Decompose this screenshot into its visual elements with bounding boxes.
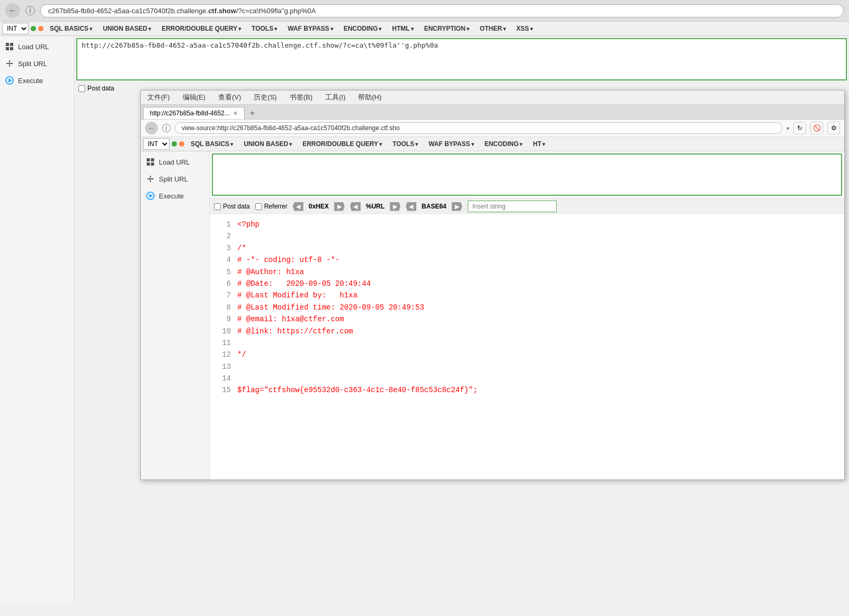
inner-error-double-query-button[interactable]: ERROR/DOUBLE QUERY [298, 139, 386, 149]
sidebar-item-execute[interactable]: Execute [0, 72, 74, 89]
inner-encoding-button[interactable]: ENCODING [480, 139, 527, 149]
outer-url-textbox[interactable]: http://c267b85a-fb8d-4652-a5aa-ca1c57040… [76, 38, 847, 80]
code-line: 2 [218, 230, 836, 242]
code-line: 10# @link: https://ctfer.com [218, 325, 836, 337]
line-number: 7 [218, 289, 231, 301]
outer-url-input[interactable]: c267b85a-fb8d-4652-a5aa-ca1c57040f2b.cha… [40, 4, 844, 17]
inner-url-textbox[interactable] [212, 153, 842, 196]
inner-tools-button[interactable]: TOOLS [388, 139, 422, 149]
inner-url-display[interactable]: view-source:http://c267b85a-fb8d-4652-a5… [175, 122, 782, 134]
sql-basics-button[interactable]: SQL BASICS [46, 24, 96, 33]
inner-tabbar: http://c267b85a-fb8d-4652... ✕ + [141, 105, 844, 120]
inner-post-data-checkbox-label[interactable]: Post data [214, 203, 250, 210]
tools-button[interactable]: TOOLS [247, 24, 281, 33]
inner-tab-title: http://c267b85a-fb8d-4652... [150, 110, 230, 117]
base64-right-arrow-button[interactable]: ▶ [452, 202, 462, 211]
menu-history[interactable]: 历史(S) [252, 92, 279, 103]
url-text-end: /?c=ca\t%09fla''g.php%0A [236, 7, 316, 15]
inner-post-data-checkbox[interactable] [214, 203, 221, 210]
line-number: 9 [218, 313, 231, 325]
sidebar-item-split-url[interactable]: Split URL [0, 55, 74, 72]
line-number: 15 [218, 384, 231, 396]
inner-toolbar-select[interactable]: INT [143, 138, 169, 150]
hex-left-arrow-button[interactable]: ◀ [293, 202, 303, 211]
code-line: 4# -*- coding: utf-8 -*- [218, 254, 836, 266]
inner-back-button[interactable]: ← [145, 122, 158, 134]
inner-sql-basics-button[interactable]: SQL BASICS [186, 139, 237, 149]
base64-left-arrow-button[interactable]: ◀ [406, 202, 416, 211]
execute-label: Execute [18, 77, 43, 85]
outer-post-data-checkbox-label[interactable]: Post data [78, 85, 114, 92]
inner-browser: 文件(F) 编辑(E) 查看(V) 历史(S) 书签(B) 工具(I) 帮助(H… [140, 90, 845, 480]
inner-url-text: view-source:http://c267b85a-fb8d-4652-a5… [182, 124, 400, 132]
menu-bookmark[interactable]: 书签(B) [288, 92, 315, 103]
encoding-button[interactable]: ENCODING [339, 24, 386, 33]
line-content: # @Last Modified time: 2020-09-05 20:49:… [237, 302, 424, 313]
insert-string-input[interactable] [468, 201, 557, 212]
encryption-button[interactable]: ENCRYPTION [420, 24, 473, 33]
inner-load-url-label: Load URL [159, 158, 190, 166]
line-content: # @Date: 2020-09-05 20:49:44 [237, 278, 371, 289]
inner-waf-bypass-button[interactable]: WAF BYPASS [424, 139, 478, 149]
line-number: 12 [218, 349, 231, 360]
menu-file[interactable]: 文件(F) [145, 92, 172, 103]
svg-rect-10 [151, 158, 154, 161]
menu-view[interactable]: 查看(V) [216, 92, 243, 103]
tab-close-button[interactable]: ✕ [233, 110, 238, 117]
inner-referrer-checkbox[interactable] [255, 203, 262, 210]
code-line: 8# @Last Modified time: 2020-09-05 20:49… [218, 302, 836, 313]
inner-tab-active[interactable]: http://c267b85a-fb8d-4652... ✕ [143, 107, 245, 119]
inner-ht-button[interactable]: HT [529, 139, 549, 149]
inner-block-button[interactable]: 🚫 [810, 122, 823, 134]
line-content [237, 373, 242, 384]
inner-sidebar: Load URL Split URL [141, 151, 210, 479]
union-based-button[interactable]: UNION BASED [99, 24, 155, 33]
line-content [237, 230, 242, 242]
line-content: # @link: https://ctfer.com [237, 325, 353, 337]
other-button[interactable]: OTHER [476, 24, 510, 33]
inner-referrer-checkbox-label[interactable]: Referrer [255, 203, 288, 210]
outer-toolbar-select[interactable]: INT [2, 23, 29, 34]
error-double-query-button[interactable]: ERROR/DOUBLE QUERY [157, 24, 245, 33]
outer-post-data-checkbox[interactable] [78, 85, 85, 92]
svg-rect-3 [10, 47, 13, 50]
inner-sidebar-item-load-url[interactable]: Load URL [141, 153, 209, 170]
menu-edit[interactable]: 编辑(E) [181, 92, 208, 103]
hex-right-arrow-button[interactable]: ▶ [334, 202, 345, 211]
svg-rect-2 [6, 47, 9, 50]
url-left-arrow-button[interactable]: ◀ [350, 202, 361, 211]
line-content: */ [237, 349, 246, 360]
new-tab-button[interactable]: + [247, 107, 258, 119]
url-right-arrow-button[interactable]: ▶ [390, 202, 400, 211]
inner-dropdown-arrow-icon[interactable]: ▾ [787, 125, 789, 131]
menu-tools[interactable]: 工具(I) [323, 92, 347, 103]
xss-button[interactable]: XSS [512, 24, 537, 33]
inner-refresh-button[interactable]: ↻ [793, 122, 806, 134]
line-number: 3 [218, 242, 231, 254]
line-content [237, 337, 242, 349]
url-label: %URL [366, 203, 385, 210]
line-number: 6 [218, 278, 231, 289]
html-button[interactable]: HTML [388, 24, 417, 33]
inner-union-based-button[interactable]: UNION BASED [239, 139, 296, 149]
info-icon: i [25, 6, 35, 15]
menu-help[interactable]: 帮助(H) [356, 92, 383, 103]
waf-bypass-button[interactable]: WAF BYPASS [283, 24, 337, 33]
line-number: 10 [218, 325, 231, 337]
line-number: 5 [218, 266, 231, 278]
inner-sidebar-item-split-url[interactable]: Split URL [141, 170, 209, 187]
orange-status-dot [38, 26, 43, 31]
inner-referrer-text: Referrer [264, 203, 288, 210]
inner-execute-label: Execute [159, 192, 184, 200]
svg-rect-9 [147, 158, 150, 161]
sidebar-item-load-url[interactable]: Load URL [0, 38, 74, 55]
inner-sidebar-item-execute[interactable]: Execute [141, 187, 209, 204]
play-icon [4, 75, 15, 86]
inner-info-icon: i [162, 124, 171, 132]
split-url-label: Split URL [18, 60, 47, 68]
inner-settings-button[interactable]: ⚙ [827, 122, 840, 134]
line-content: <?php [237, 219, 260, 230]
inner-post-data-text: Post data [223, 203, 250, 210]
line-number: 2 [218, 230, 231, 242]
back-button[interactable]: ← [5, 3, 20, 18]
